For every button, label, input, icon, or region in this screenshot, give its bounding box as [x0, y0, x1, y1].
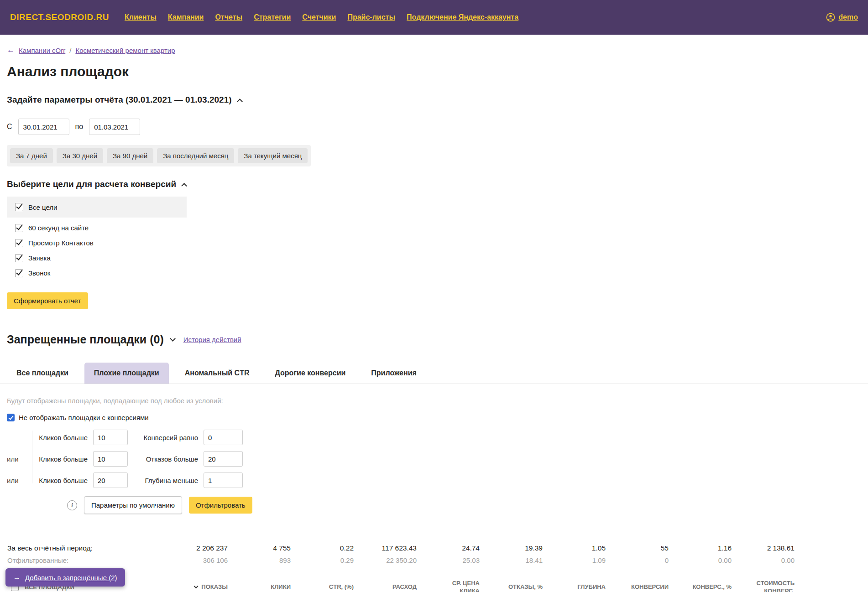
- nav-link-counters[interactable]: Счетчики: [302, 13, 336, 21]
- column-header-depth[interactable]: ГЛУБИНА: [545, 583, 608, 591]
- condition-row: или Кликов больше Глубина меньше: [7, 473, 861, 488]
- chevron-up-icon: [181, 183, 187, 189]
- main-nav: Клиенты Кампании Отчеты Стратегии Счетчи…: [125, 13, 518, 21]
- goal-call-checkbox[interactable]: [15, 269, 23, 277]
- chevron-down-icon[interactable]: [170, 336, 176, 342]
- user-menu[interactable]: demo: [826, 13, 858, 22]
- tab-bad-platforms[interactable]: Плохие площадки: [84, 363, 169, 384]
- report-params-toggle[interactable]: Задайте параметры отчёта (30.01.2021 — 0…: [7, 95, 861, 105]
- range-current-month-button[interactable]: За текущий месяц: [238, 148, 308, 163]
- filter-conditions: Кликов больше Конверсий равно или Кликов…: [7, 430, 861, 488]
- goal-item-all[interactable]: Все цели: [7, 197, 187, 218]
- breadcrumb-back-link[interactable]: Кампании сОrr: [19, 47, 65, 54]
- summary-value: 893: [230, 556, 293, 564]
- goal-all-checkbox[interactable]: [15, 203, 23, 211]
- breadcrumb-current-link[interactable]: Косметический ремонт квартир: [75, 47, 175, 54]
- conversions-equal-input[interactable]: [204, 430, 243, 445]
- clicks-more-input[interactable]: [93, 430, 128, 445]
- goal-label: Заявка: [28, 254, 51, 262]
- conversions-equal-label: Конверсий равно: [133, 434, 198, 441]
- tab-all-platforms[interactable]: Все площадки: [7, 363, 78, 384]
- tab-expensive-conversions[interactable]: Дорогие конверсии: [265, 363, 355, 384]
- clicks-more-label: Кликов больше: [31, 434, 88, 441]
- platforms-table: ВСЕ ПЛОЩАДКИ ПОКАЗЫ КЛИКИ CTR, (%) РАСХО…: [7, 577, 861, 592]
- summary-value: 18.41: [482, 556, 545, 564]
- nav-link-campaigns[interactable]: Кампании: [168, 13, 204, 21]
- summary-total-row: За весь отчётный период: 2 206 237 4 755…: [7, 542, 861, 554]
- clicks-more-input[interactable]: [93, 473, 128, 488]
- summary-value: 24.74: [419, 544, 482, 552]
- summary-value: 55: [608, 544, 671, 552]
- column-header-conversions[interactable]: КОНВЕРСИИ: [608, 583, 671, 591]
- column-header-clicks[interactable]: КЛИКИ: [230, 583, 293, 591]
- banned-section-title[interactable]: Запрещенные площадки (0): [7, 333, 164, 346]
- bounces-more-input[interactable]: [204, 451, 243, 467]
- generate-report-button[interactable]: Сформировать отчёт: [7, 292, 88, 309]
- date-to-input[interactable]: [89, 119, 140, 135]
- apply-filter-button[interactable]: Отфильтровать: [189, 497, 252, 514]
- goal-label: Звонок: [28, 269, 50, 277]
- column-header-cost[interactable]: РАСХОД: [356, 583, 419, 591]
- depth-less-input[interactable]: [204, 473, 243, 488]
- summary-filtered-label: Отфильтрованные:: [7, 556, 167, 564]
- range-7-days-button[interactable]: За 7 дней: [10, 148, 53, 163]
- date-from-label: С: [7, 123, 12, 131]
- column-header-conv-cost[interactable]: СТОИМОСТЬ КОНВЕРС.: [734, 580, 797, 592]
- column-header-impressions[interactable]: ПОКАЗЫ: [167, 583, 230, 591]
- goals-list: Все цели 60 секунд на сайте Просмотр Кон…: [7, 197, 861, 280]
- hide-conversions-row[interactable]: Не отображать площадки с конверсиями: [7, 414, 861, 421]
- filter-note: Будут отображены площадки, подпадающие п…: [7, 397, 861, 405]
- summary-value: 25.03: [419, 556, 482, 564]
- add-to-banned-label: Добавить в запрещённые (2): [25, 574, 117, 582]
- history-link[interactable]: История действий: [183, 336, 241, 343]
- goal-item-60sec[interactable]: 60 секунд на сайте: [7, 220, 861, 235]
- summary-value: 19.39: [482, 544, 545, 552]
- tab-anomalous-ctr[interactable]: Аномальный CTR: [175, 363, 259, 384]
- summary-value: 117 623.43: [356, 544, 419, 552]
- column-header-ctr[interactable]: CTR, (%): [293, 583, 356, 591]
- default-params-button[interactable]: Параметры по умолчанию: [84, 496, 182, 514]
- nav-link-pricelists[interactable]: Прайс-листы: [347, 13, 395, 21]
- date-range-row: С по: [7, 119, 861, 135]
- app-logo[interactable]: DIRECT.SEODROID.RU: [10, 12, 109, 22]
- table-header-row: ВСЕ ПЛОЩАДКИ ПОКАЗЫ КЛИКИ CTR, (%) РАСХО…: [7, 577, 861, 592]
- bounces-more-label: Отказов больше: [133, 455, 198, 463]
- user-icon: [826, 13, 835, 22]
- goal-item-contacts[interactable]: Просмотр Контактов: [7, 235, 861, 250]
- goal-item-request[interactable]: Заявка: [7, 250, 861, 265]
- goal-request-checkbox[interactable]: [15, 254, 23, 262]
- summary-block: За весь отчётный период: 2 206 237 4 755…: [7, 542, 861, 566]
- condition-row: Кликов больше Конверсий равно: [7, 430, 861, 445]
- clicks-more-input[interactable]: [93, 451, 128, 467]
- platform-tabs: Все площадки Плохие площадки Аномальный …: [0, 363, 868, 384]
- summary-value: 0.22: [293, 544, 356, 552]
- summary-value: 0.29: [293, 556, 356, 564]
- add-to-banned-button[interactable]: → Добавить в запрещённые (2): [5, 568, 125, 587]
- column-header-bounces[interactable]: ОТКАЗЫ, %: [482, 583, 545, 591]
- hide-conversions-checkbox[interactable]: [7, 414, 15, 421]
- nav-link-reports[interactable]: Отчеты: [215, 13, 242, 21]
- nav-link-clients[interactable]: Клиенты: [125, 13, 157, 21]
- column-header-avg-cpc[interactable]: СР. ЦЕНА КЛИКА: [419, 580, 482, 592]
- tab-apps[interactable]: Приложения: [361, 363, 426, 384]
- summary-filtered-row: Отфильтрованные: 306 106 893 0.29 22 350…: [7, 554, 861, 566]
- date-from-input[interactable]: [18, 119, 69, 135]
- nav-link-strategies[interactable]: Стратегии: [254, 13, 291, 21]
- summary-value: 1.05: [545, 544, 608, 552]
- clicks-more-label: Кликов больше: [31, 455, 88, 463]
- filter-actions: i Параметры по умолчанию Отфильтровать: [67, 496, 861, 514]
- nav-link-yandex-account[interactable]: Подключение Яндекс-аккаунта: [407, 13, 518, 21]
- range-30-days-button[interactable]: За 30 дней: [57, 148, 103, 163]
- goal-item-call[interactable]: Звонок: [7, 265, 861, 280]
- goals-toggle[interactable]: Выберите цели для расчета конверсий: [7, 179, 861, 189]
- column-header-conv-rate[interactable]: КОНВЕРС., %: [671, 583, 734, 591]
- range-last-month-button[interactable]: За последний месяц: [157, 148, 234, 163]
- range-90-days-button[interactable]: За 90 дней: [107, 148, 153, 163]
- goal-contacts-checkbox[interactable]: [15, 239, 23, 247]
- info-icon[interactable]: i: [67, 500, 77, 510]
- breadcrumb: ← Кампании сОrr / Косметический ремонт к…: [7, 46, 861, 55]
- goal-60sec-checkbox[interactable]: [15, 224, 23, 232]
- summary-value: 4 755: [230, 544, 293, 552]
- chevron-up-icon: [237, 99, 243, 104]
- condition-row: или Кликов больше Отказов больше: [7, 451, 861, 467]
